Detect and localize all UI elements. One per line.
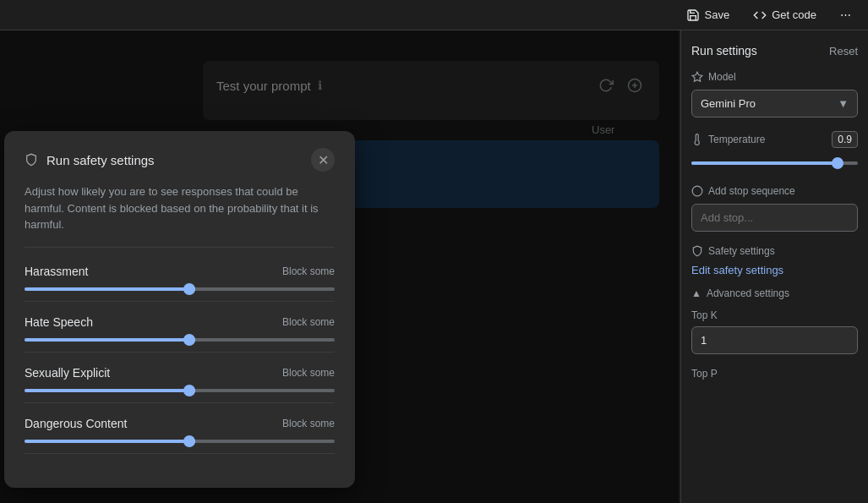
- close-modal-button[interactable]: ✕: [311, 148, 335, 172]
- safety-item-name: Hate Speech: [25, 315, 93, 329]
- top-bar: Save Get code ⋯: [0, 0, 868, 30]
- more-icon: ⋯: [840, 8, 851, 21]
- safety-item-name: Harassment: [25, 265, 88, 278]
- safety-slider-fill: [25, 287, 195, 291]
- save-button[interactable]: Save: [680, 5, 737, 25]
- safety-item-value: Block some: [282, 265, 335, 277]
- safety-settings-label: Safety settings: [691, 245, 858, 257]
- safety-slider-thumb[interactable]: [183, 334, 195, 346]
- safety-slider-fill: [25, 389, 195, 392]
- safety-label-text: Safety settings: [708, 245, 775, 257]
- topp-label: Top P: [691, 368, 858, 380]
- temperature-thumb[interactable]: [832, 157, 843, 169]
- safety-item-header: Sexually Explicit Block some: [25, 366, 335, 380]
- model-section: Model Gemini Pro ▼: [691, 71, 858, 118]
- modal-header: Run safety settings ✕: [25, 148, 335, 172]
- stop-sequence-section: Add stop sequence: [691, 185, 858, 232]
- safety-slider-thumb[interactable]: [183, 385, 195, 396]
- safety-slider-container[interactable]: [25, 437, 335, 454]
- temperature-value: 0.9: [832, 131, 858, 148]
- stop-icon: [691, 185, 703, 197]
- sidebar-header: Run settings Reset: [691, 44, 858, 57]
- stop-sequence-input[interactable]: [691, 204, 858, 232]
- get-code-label: Get code: [772, 8, 816, 21]
- safety-item-value: Block some: [282, 367, 335, 379]
- advanced-chevron-icon: ▲: [691, 287, 701, 299]
- safety-section: Safety settings Edit safety settings: [691, 245, 858, 277]
- safety-item-value: Block some: [282, 316, 335, 328]
- model-label-text: Model: [708, 71, 736, 83]
- safety-item-header: Harassment Block some: [25, 265, 335, 278]
- safety-item-header: Dangerous Content Block some: [25, 417, 335, 430]
- temperature-label: Temperature 0.9: [691, 131, 858, 148]
- stop-sequence-label-text: Add stop sequence: [708, 185, 795, 197]
- shield-icon: [25, 153, 38, 167]
- safety-slider-track: [25, 440, 335, 443]
- modal-title: Run safety settings: [25, 153, 155, 167]
- safety-slider-thumb[interactable]: [183, 283, 195, 295]
- svg-point-4: [692, 186, 702, 196]
- edit-safety-link[interactable]: Edit safety settings: [691, 264, 783, 276]
- safety-modal: Run safety settings ✕ Adjust how likely …: [4, 131, 355, 488]
- safety-item: Sexually Explicit Block some: [25, 366, 335, 403]
- topk-section: Top K: [691, 309, 858, 354]
- save-label: Save: [705, 8, 730, 21]
- temperature-slider[interactable]: [691, 155, 858, 172]
- safety-slider-track: [25, 287, 335, 291]
- temperature-label-text: Temperature: [708, 134, 765, 145]
- svg-marker-3: [692, 72, 702, 81]
- model-value: Gemini Pro: [701, 97, 756, 110]
- temperature-section: Temperature 0.9: [691, 131, 858, 172]
- safety-items-list: Harassment Block some Hate Speech Block …: [25, 265, 335, 454]
- safety-item: Harassment Block some: [25, 265, 335, 302]
- temperature-fill: [691, 161, 841, 165]
- get-code-button[interactable]: Get code: [746, 5, 823, 25]
- advanced-settings-header[interactable]: ▲ Advanced settings: [691, 287, 858, 299]
- safety-item: Hate Speech Block some: [25, 315, 335, 353]
- topk-input[interactable]: [691, 326, 858, 354]
- topp-section: Top P: [691, 368, 858, 380]
- safety-slider-container[interactable]: [25, 285, 335, 302]
- safety-slider-container[interactable]: [25, 386, 335, 403]
- safety-slider-container[interactable]: [25, 336, 335, 353]
- safety-item-name: Sexually Explicit: [25, 366, 110, 380]
- modal-title-text: Run safety settings: [46, 153, 155, 167]
- model-label: Model: [691, 71, 858, 83]
- safety-slider-fill: [25, 440, 195, 443]
- safety-slider-thumb[interactable]: [183, 435, 195, 447]
- safety-item-name: Dangerous Content: [25, 417, 127, 430]
- temperature-track: [691, 161, 858, 165]
- chevron-down-icon: ▼: [838, 97, 849, 110]
- model-icon: [691, 71, 703, 83]
- close-icon: ✕: [318, 152, 329, 168]
- sidebar-title: Run settings: [691, 44, 757, 57]
- model-select[interactable]: Gemini Pro ▼: [691, 90, 858, 118]
- safety-slider-track: [25, 389, 335, 392]
- advanced-label-text: Advanced settings: [707, 287, 789, 299]
- safety-slider-fill: [25, 338, 195, 342]
- more-button[interactable]: ⋯: [833, 5, 858, 25]
- safety-item: Dangerous Content Block some: [25, 417, 335, 454]
- stop-sequence-label: Add stop sequence: [691, 185, 858, 197]
- modal-description: Adjust how likely you are to see respons…: [25, 183, 335, 248]
- temperature-icon: [691, 134, 703, 145]
- safety-item-value: Block some: [282, 418, 335, 429]
- safety-item-header: Hate Speech Block some: [25, 315, 335, 329]
- reset-button[interactable]: Reset: [829, 45, 858, 57]
- topk-label: Top K: [691, 309, 858, 321]
- right-sidebar: Run settings Reset Model Gemini Pro ▼ Te…: [680, 30, 868, 503]
- safety-slider-track: [25, 338, 335, 342]
- safety-icon: [691, 245, 703, 257]
